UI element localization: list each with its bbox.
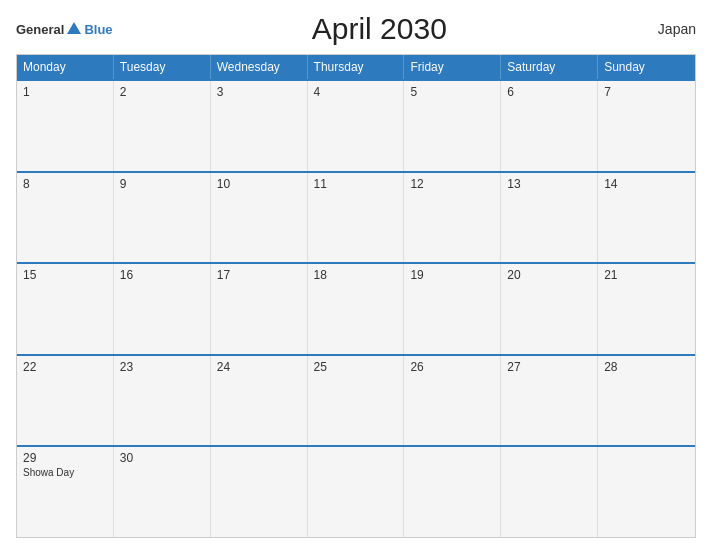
- cell-empty-4: [501, 447, 598, 537]
- cell-30: 30: [114, 447, 211, 537]
- cell-10: 10: [211, 173, 308, 263]
- cell-17: 17: [211, 264, 308, 354]
- logo-icon: [65, 20, 83, 38]
- cell-1: 1: [17, 81, 114, 171]
- header-tuesday: Tuesday: [114, 55, 211, 79]
- cell-27: 27: [501, 356, 598, 446]
- week-1: 1 2 3 4 5 6 7: [17, 79, 695, 171]
- cell-3: 3: [211, 81, 308, 171]
- cell-14: 14: [598, 173, 695, 263]
- cell-11: 11: [308, 173, 405, 263]
- cell-23: 23: [114, 356, 211, 446]
- cell-empty-5: [598, 447, 695, 537]
- country-label: Japan: [646, 21, 696, 37]
- header-thursday: Thursday: [308, 55, 405, 79]
- cell-15: 15: [17, 264, 114, 354]
- cell-24: 24: [211, 356, 308, 446]
- header-wednesday: Wednesday: [211, 55, 308, 79]
- logo-blue-text: Blue: [84, 22, 112, 37]
- cell-20: 20: [501, 264, 598, 354]
- header-saturday: Saturday: [501, 55, 598, 79]
- cell-empty-1: [211, 447, 308, 537]
- cell-18: 18: [308, 264, 405, 354]
- cell-16: 16: [114, 264, 211, 354]
- week-2: 8 9 10 11 12 13 14: [17, 171, 695, 263]
- cell-4: 4: [308, 81, 405, 171]
- logo-general-text: General: [16, 22, 64, 37]
- cell-29: 29 Showa Day: [17, 447, 114, 537]
- cell-7: 7: [598, 81, 695, 171]
- cell-28: 28: [598, 356, 695, 446]
- week-4: 22 23 24 25 26 27 28: [17, 354, 695, 446]
- cell-empty-2: [308, 447, 405, 537]
- cell-25: 25: [308, 356, 405, 446]
- cell-9: 9: [114, 173, 211, 263]
- header-monday: Monday: [17, 55, 114, 79]
- cell-26: 26: [404, 356, 501, 446]
- cell-5: 5: [404, 81, 501, 171]
- calendar: Monday Tuesday Wednesday Thursday Friday…: [16, 54, 696, 538]
- cell-empty-3: [404, 447, 501, 537]
- calendar-page: General Blue April 2030 Japan Monday Tue…: [0, 0, 712, 550]
- cell-21: 21: [598, 264, 695, 354]
- cell-22: 22: [17, 356, 114, 446]
- header-sunday: Sunday: [598, 55, 695, 79]
- svg-marker-0: [67, 22, 81, 34]
- cell-19: 19: [404, 264, 501, 354]
- cell-6: 6: [501, 81, 598, 171]
- header-friday: Friday: [404, 55, 501, 79]
- week-5: 29 Showa Day 30: [17, 445, 695, 537]
- header: General Blue April 2030 Japan: [16, 12, 696, 46]
- page-title: April 2030: [113, 12, 646, 46]
- cell-2: 2: [114, 81, 211, 171]
- calendar-body: 1 2 3 4 5 6 7 8 9 10 11 12 13 14 15: [17, 79, 695, 537]
- logo: General Blue: [16, 20, 113, 38]
- cell-12: 12: [404, 173, 501, 263]
- week-3: 15 16 17 18 19 20 21: [17, 262, 695, 354]
- cell-8: 8: [17, 173, 114, 263]
- cell-13: 13: [501, 173, 598, 263]
- calendar-header: Monday Tuesday Wednesday Thursday Friday…: [17, 55, 695, 79]
